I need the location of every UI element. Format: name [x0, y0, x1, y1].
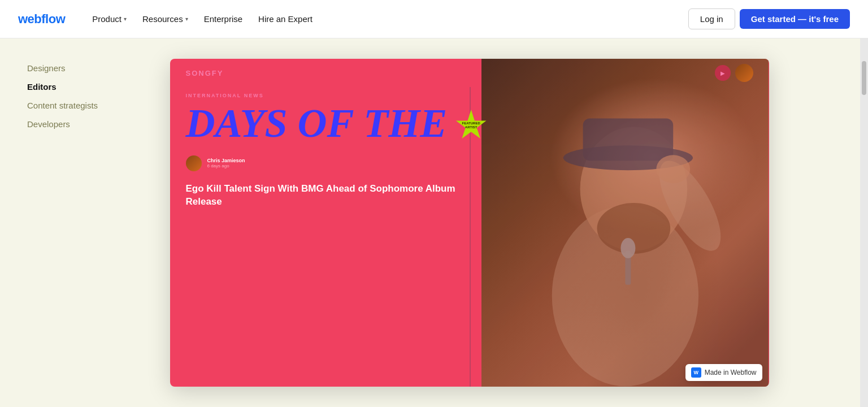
songfy-author: Chris Jamieson 6 days ago [186, 155, 466, 171]
sidebar-item-content-strategists[interactable]: Content strategists [27, 98, 102, 112]
navbar: webflow Product ▾ Resources ▾ Enterprise… [0, 0, 868, 38]
featured-badge: FEATUREDARTIST [455, 110, 487, 141]
photo-overlay [481, 59, 769, 387]
preview-area: SONGFY ▶ INTERNATIONAL NEWS [116, 38, 868, 407]
songfy-play-icon: ▶ [715, 65, 731, 81]
nav-hire-expert[interactable]: Hire an Expert [251, 10, 319, 28]
person-svg [481, 59, 769, 387]
svg-rect-3 [583, 118, 673, 161]
author-name: Chris Jamieson [207, 158, 245, 163]
nav-links: Product ▾ Resources ▾ Enterprise Hire an… [85, 10, 688, 28]
made-in-webflow-label: Made in Webflow [705, 369, 757, 376]
songfy-content: INTERNATIONAL NEWS DAYS OF THE FEATUREDA… [170, 59, 769, 387]
sidebar-item-designers[interactable]: Designers [27, 61, 102, 75]
songfy-header-right: ▶ [715, 64, 753, 82]
songfy-category: INTERNATIONAL NEWS [186, 93, 466, 98]
chevron-down-icon: ▾ [124, 16, 127, 22]
made-in-webflow-badge[interactable]: W Made in Webflow [685, 364, 762, 381]
sidebar-item-editors[interactable]: Editors [27, 80, 102, 94]
badge-star-icon: FEATUREDARTIST [455, 110, 487, 141]
webflow-logo[interactable]: webflow [18, 12, 65, 27]
chevron-down-icon: ▾ [185, 16, 188, 22]
songfy-headline: DAYS OF THE [186, 105, 466, 142]
svg-point-8 [620, 238, 635, 258]
songfy-header: SONGFY ▶ [170, 59, 769, 87]
signup-button[interactable]: Get started — it's free [740, 9, 850, 29]
scrollbar[interactable] [860, 38, 868, 407]
sidebar-item-developers[interactable]: Developers [27, 117, 102, 131]
author-info: Chris Jamieson 6 days ago [207, 158, 245, 168]
login-button[interactable]: Log in [688, 8, 735, 29]
author-avatar [186, 155, 202, 171]
author-date: 6 days ago [207, 163, 245, 168]
nav-actions: Log in Get started — it's free [688, 8, 850, 29]
nav-enterprise[interactable]: Enterprise [197, 10, 249, 28]
article-title: Ego Kill Talent Sign With BMG Ahead of S… [186, 183, 466, 209]
svg-point-6 [656, 155, 690, 183]
nav-resources[interactable]: Resources ▾ [136, 10, 195, 28]
avatar [735, 64, 753, 82]
browser-frame: SONGFY ▶ INTERNATIONAL NEWS [170, 59, 769, 387]
songfy-background: SONGFY ▶ INTERNATIONAL NEWS [170, 59, 769, 387]
nav-product[interactable]: Product ▾ [85, 10, 133, 28]
songfy-logo: SONGFY [186, 69, 224, 77]
sidebar: Designers Editors Content strategists De… [0, 38, 116, 407]
webflow-icon: W [691, 367, 701, 378]
main-area: Designers Editors Content strategists De… [0, 38, 868, 407]
songfy-left-panel: INTERNATIONAL NEWS DAYS OF THE FEATUREDA… [170, 59, 481, 387]
songfy-right-panel [481, 59, 769, 387]
scrollbar-thumb[interactable] [862, 61, 866, 95]
